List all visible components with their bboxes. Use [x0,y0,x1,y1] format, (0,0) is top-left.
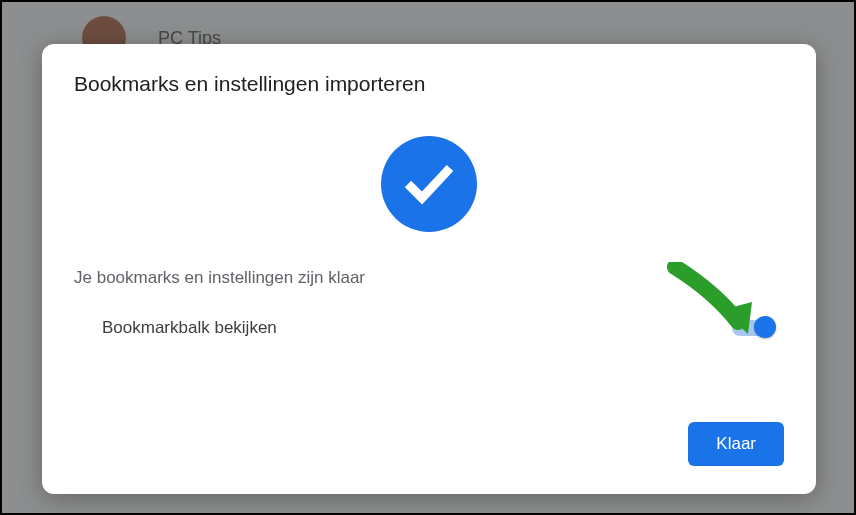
dialog-actions: Klaar [688,422,784,466]
success-indicator [74,136,784,232]
checkmark-icon [381,136,477,232]
toggle-label: Bookmarkbalk bekijken [102,318,277,338]
bookmark-bar-toggle-row: Bookmarkbalk bekijken [74,318,784,338]
toggle-knob [754,316,776,338]
dialog-title: Bookmarks en instellingen importeren [74,72,784,96]
bookmark-bar-toggle[interactable] [732,320,772,336]
status-text: Je bookmarks en instellingen zijn klaar [74,268,784,288]
done-button[interactable]: Klaar [688,422,784,466]
import-dialog: Bookmarks en instellingen importeren Je … [42,44,816,494]
